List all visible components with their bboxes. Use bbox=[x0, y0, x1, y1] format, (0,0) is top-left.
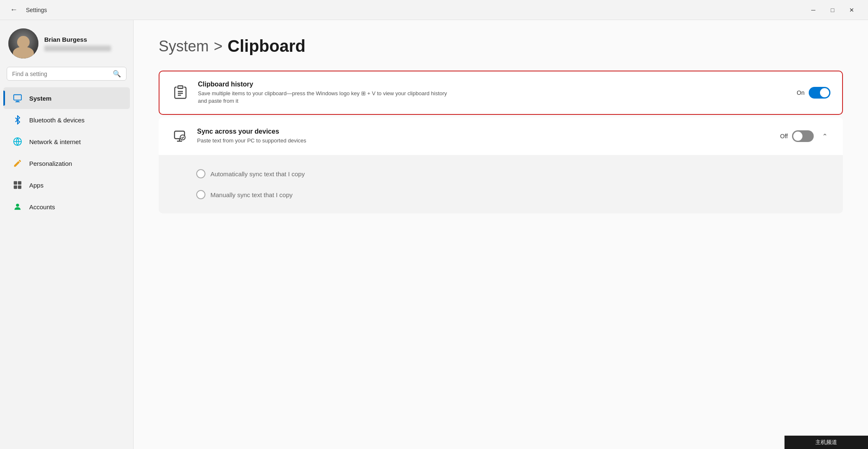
svg-rect-4 bbox=[14, 181, 17, 185]
sidebar-item-accounts-label: Accounts bbox=[29, 203, 55, 211]
back-button[interactable]: ← bbox=[7, 4, 21, 16]
bottom-bar: 主机频道 bbox=[784, 436, 868, 449]
avatar-image bbox=[8, 28, 38, 58]
accounts-icon bbox=[12, 201, 23, 213]
sync-devices-title: Sync across your devices bbox=[197, 128, 772, 135]
sidebar: Brian Burgess 🔍 System bbox=[0, 20, 134, 449]
sync-devices-text: Sync across your devices Paste text from… bbox=[197, 128, 772, 145]
titlebar: ← Settings ─ □ ✕ bbox=[0, 0, 868, 20]
clipboard-history-text: Clipboard history Save multiple items to… bbox=[198, 81, 788, 105]
sidebar-item-network[interactable]: Network & internet bbox=[3, 131, 130, 152]
sidebar-item-personalization[interactable]: Personalization bbox=[3, 152, 130, 174]
sidebar-item-bluetooth[interactable]: Bluetooth & devices bbox=[3, 109, 130, 131]
sidebar-item-apps[interactable]: Apps bbox=[3, 174, 130, 196]
svg-point-8 bbox=[16, 204, 19, 207]
breadcrumb-separator: > bbox=[214, 38, 223, 55]
personalization-icon bbox=[12, 157, 23, 169]
apps-icon bbox=[12, 179, 23, 191]
search-box[interactable]: 🔍 bbox=[7, 67, 127, 81]
search-container: 🔍 bbox=[0, 67, 133, 87]
sidebar-item-apps-label: Apps bbox=[29, 182, 43, 189]
clipboard-history-title: Clipboard history bbox=[198, 81, 788, 88]
bottom-bar-label: 主机频道 bbox=[815, 439, 837, 446]
auto-sync-radio[interactable] bbox=[196, 169, 205, 178]
sync-expanded-section: Automatically sync text that I copy Manu… bbox=[159, 155, 843, 213]
sidebar-nav: System Bluetooth & devices bbox=[0, 87, 133, 218]
user-name: Brian Burgess bbox=[44, 36, 111, 43]
search-input[interactable] bbox=[12, 71, 109, 77]
manual-sync-radio[interactable] bbox=[196, 190, 205, 199]
svg-rect-5 bbox=[18, 181, 21, 185]
svg-rect-2 bbox=[15, 101, 20, 102]
sidebar-item-system-label: System bbox=[29, 95, 51, 102]
sync-devices-icon bbox=[170, 127, 189, 145]
clipboard-history-toggle[interactable] bbox=[809, 87, 830, 99]
auto-sync-label: Automatically sync text that I copy bbox=[210, 170, 305, 178]
svg-rect-10 bbox=[178, 86, 183, 89]
sidebar-item-accounts[interactable]: Accounts bbox=[3, 196, 130, 218]
page-header: System > Clipboard bbox=[159, 37, 843, 56]
clipboard-history-row: Clipboard history Save multiple items to… bbox=[159, 71, 842, 114]
sidebar-item-bluetooth-label: Bluetooth & devices bbox=[29, 117, 85, 124]
search-icon: 🔍 bbox=[113, 70, 121, 78]
clipboard-history-card: Clipboard history Save multiple items to… bbox=[159, 71, 843, 115]
sync-devices-control: Off ⌃ bbox=[780, 129, 831, 143]
close-button[interactable]: ✕ bbox=[842, 3, 861, 17]
sync-toggle-thumb bbox=[793, 132, 802, 141]
svg-rect-6 bbox=[14, 185, 17, 189]
svg-point-15 bbox=[180, 135, 185, 140]
sidebar-item-system[interactable]: System bbox=[3, 87, 130, 109]
window-controls: ─ □ ✕ bbox=[804, 3, 861, 17]
expand-sync-button[interactable]: ⌃ bbox=[818, 129, 831, 143]
bluetooth-icon bbox=[12, 114, 23, 126]
sync-devices-desc: Paste text from your PC to supported dev… bbox=[197, 137, 448, 145]
clipboard-history-control: On bbox=[797, 87, 830, 99]
auto-sync-option[interactable]: Automatically sync text that I copy bbox=[196, 163, 831, 184]
svg-rect-7 bbox=[18, 185, 21, 189]
user-info: Brian Burgess bbox=[44, 36, 111, 51]
svg-rect-1 bbox=[16, 101, 19, 101]
sync-toggle-label: Off bbox=[780, 133, 788, 140]
minimize-button[interactable]: ─ bbox=[804, 3, 823, 17]
sync-devices-card: Sync across your devices Paste text from… bbox=[159, 117, 843, 213]
toggle-thumb bbox=[820, 88, 829, 97]
avatar bbox=[8, 28, 38, 58]
user-profile: Brian Burgess bbox=[0, 28, 133, 67]
clipboard-history-icon bbox=[171, 84, 190, 102]
maximize-button[interactable]: □ bbox=[823, 3, 842, 17]
main-content: System > Clipboard Clipboard bbox=[134, 20, 868, 449]
sidebar-item-network-label: Network & internet bbox=[29, 138, 81, 145]
svg-rect-0 bbox=[14, 95, 21, 100]
sync-devices-row: Sync across your devices Paste text from… bbox=[159, 117, 843, 155]
clipboard-toggle-label: On bbox=[797, 89, 805, 96]
app-body: Brian Burgess 🔍 System bbox=[0, 20, 868, 449]
clipboard-history-desc: Save multiple items to your clipboard—pr… bbox=[198, 90, 448, 105]
breadcrumb-current: Clipboard bbox=[228, 37, 306, 56]
sidebar-item-personalization-label: Personalization bbox=[29, 160, 72, 167]
network-icon bbox=[12, 136, 23, 147]
manual-sync-label: Manually sync text that I copy bbox=[210, 191, 293, 198]
breadcrumb-system: System bbox=[159, 38, 209, 55]
app-title: Settings bbox=[26, 7, 804, 13]
system-icon bbox=[12, 92, 23, 104]
manual-sync-option[interactable]: Manually sync text that I copy bbox=[196, 184, 831, 205]
user-email bbox=[44, 46, 111, 51]
sync-devices-toggle[interactable] bbox=[792, 130, 814, 142]
